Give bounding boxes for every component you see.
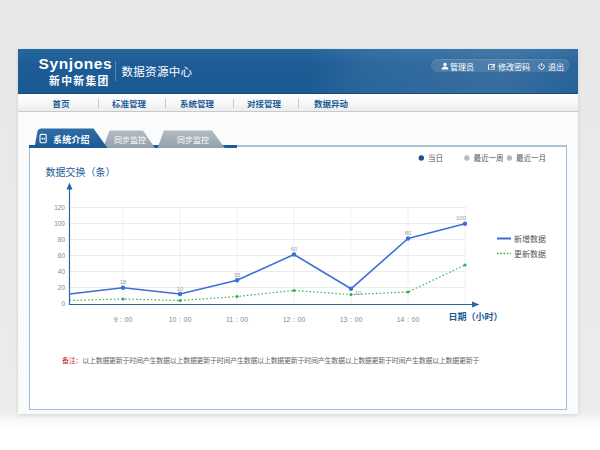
svg-text:最近一周: 最近一周 [474, 152, 504, 163]
svg-text:数据交换（条）: 数据交换（条） [46, 164, 116, 179]
svg-text:当日: 当日 [428, 152, 443, 163]
svg-text:100: 100 [456, 215, 467, 221]
svg-text:80: 80 [405, 230, 412, 236]
svg-text:9：00: 9：00 [114, 316, 133, 323]
svg-text:14：00: 14：00 [397, 316, 420, 323]
svg-text:新增数据: 新增数据 [514, 233, 546, 244]
svg-text:120: 120 [54, 204, 65, 211]
svg-text:10: 10 [355, 290, 362, 296]
svg-text:11：00: 11：00 [226, 316, 248, 323]
svg-text:10: 10 [177, 286, 184, 292]
svg-text:日期（小时）: 日期（小时） [449, 310, 503, 323]
svg-text:18: 18 [120, 279, 127, 285]
svg-text:20: 20 [58, 284, 66, 291]
svg-text:100: 100 [54, 220, 65, 227]
svg-text:12：00: 12：00 [283, 316, 306, 323]
svg-text:40: 40 [58, 268, 66, 275]
svg-text:80: 80 [58, 236, 66, 243]
svg-text:60: 60 [58, 252, 66, 259]
svg-text:0: 0 [61, 300, 65, 307]
svg-text:60: 60 [291, 246, 298, 252]
svg-text:13：00: 13：00 [340, 316, 363, 323]
svg-text:更新数据: 更新数据 [514, 248, 546, 259]
svg-text:10：00: 10：00 [169, 316, 192, 323]
svg-text:35: 35 [234, 272, 241, 278]
svg-text:最近一月: 最近一月 [516, 152, 546, 163]
